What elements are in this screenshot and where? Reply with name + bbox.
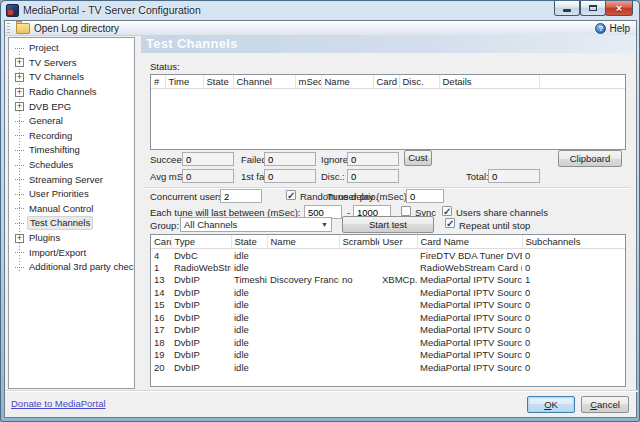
column-header[interactable]: User bbox=[379, 235, 417, 249]
column-header[interactable]: Time bbox=[165, 75, 203, 89]
open-log-button[interactable]: Open Log directory bbox=[12, 21, 123, 36]
column-header[interactable]: Subchannels bbox=[522, 235, 625, 249]
column-header[interactable]: Card Name bbox=[417, 235, 522, 249]
tree-connector bbox=[15, 165, 24, 166]
table-cell bbox=[339, 249, 379, 262]
failed-field[interactable] bbox=[264, 152, 316, 166]
avg-msec-field[interactable] bbox=[182, 169, 234, 183]
column-header[interactable] bbox=[539, 75, 625, 89]
toolbar: Open Log directory ? Help bbox=[5, 21, 636, 36]
table-row[interactable]: 18DvbIPidleMediaPortal IPTV Source Filte… bbox=[151, 336, 625, 349]
users-share-channels-checkbox[interactable]: ✓ bbox=[442, 206, 452, 216]
expand-icon[interactable]: + bbox=[15, 234, 24, 243]
channels-table[interactable]: CardTypeStateNameScrambledUserCard NameS… bbox=[150, 234, 626, 387]
repeat-until-stop-checkbox[interactable]: ✓ bbox=[445, 218, 455, 228]
sidebar-item-recording[interactable]: Recording bbox=[15, 129, 134, 144]
column-header[interactable]: Name bbox=[321, 75, 373, 89]
help-button[interactable]: ? Help bbox=[595, 21, 630, 36]
table-cell bbox=[267, 349, 339, 362]
disc-field[interactable] bbox=[347, 169, 399, 183]
sidebar-item-radio-channels[interactable]: +Radio Channels bbox=[15, 85, 134, 100]
help-icon: ? bbox=[595, 23, 606, 34]
column-header[interactable]: Name bbox=[267, 235, 339, 249]
sidebar-item-tv-channels[interactable]: +TV Channels bbox=[15, 70, 134, 85]
table-cell: 17 bbox=[151, 324, 171, 337]
tree-connector bbox=[15, 208, 24, 209]
column-header[interactable]: State bbox=[231, 235, 267, 249]
table-row[interactable]: 20DvbIPidleMediaPortal IPTV Source Filte… bbox=[151, 361, 625, 374]
column-header[interactable]: Channel bbox=[233, 75, 295, 89]
table-row[interactable]: 4DvbCidleFireDTV BDA Tuner DVBC0 bbox=[151, 249, 625, 262]
maximize-button[interactable] bbox=[580, 1, 606, 16]
sidebar-item-dvb-epg[interactable]: +DVB EPG bbox=[15, 99, 134, 114]
table-cell bbox=[339, 361, 379, 374]
sidebar-item-plugins[interactable]: +Plugins bbox=[15, 231, 134, 246]
table-cell: XBMCp... bbox=[379, 274, 417, 287]
sidebar-item-general[interactable]: General bbox=[15, 114, 134, 129]
donate-link[interactable]: Donate to MediaPortal bbox=[11, 398, 106, 409]
column-header[interactable]: Details bbox=[439, 75, 539, 89]
open-log-label: Open Log directory bbox=[34, 23, 119, 34]
concurrent-users-label: Concurrent users: bbox=[150, 191, 226, 202]
random-user-prio-checkbox[interactable]: ✓ bbox=[286, 190, 296, 200]
sidebar-item-manual-control[interactable]: Manual Control bbox=[15, 202, 134, 217]
sync-checkbox[interactable] bbox=[401, 206, 411, 216]
sidebar-item-label: Schedules bbox=[27, 159, 75, 171]
group-select[interactable]: All Channels ▼ bbox=[180, 217, 332, 232]
clipboard-button[interactable]: Clipboard bbox=[558, 150, 622, 167]
table-row[interactable]: 13DvbIPTimeshif...Discovery France H...n… bbox=[151, 274, 625, 287]
column-header[interactable]: Disc. bbox=[399, 75, 439, 89]
tree-connector bbox=[15, 150, 24, 151]
table-row[interactable]: 19DvbIPidleMediaPortal IPTV Source Filte… bbox=[151, 349, 625, 362]
sidebar-item-import-export[interactable]: Import/Export bbox=[15, 245, 134, 260]
table-cell bbox=[379, 286, 417, 299]
column-header[interactable]: # bbox=[151, 75, 165, 89]
column-header[interactable]: Card bbox=[373, 75, 399, 89]
start-test-button[interactable]: Start test bbox=[342, 216, 434, 233]
ok-button[interactable]: OK bbox=[527, 396, 575, 413]
table-row[interactable]: 16DvbIPidleMediaPortal IPTV Source Filte… bbox=[151, 311, 625, 324]
concurrent-users-input[interactable] bbox=[220, 189, 262, 203]
column-header[interactable]: State bbox=[203, 75, 233, 89]
column-header[interactable]: mSec bbox=[295, 75, 321, 89]
column-header[interactable]: Type bbox=[171, 235, 231, 249]
expand-icon[interactable]: + bbox=[15, 73, 24, 82]
column-header[interactable]: Card bbox=[151, 235, 171, 249]
sidebar-item-schedules[interactable]: Schedules bbox=[15, 158, 134, 173]
cancel-button[interactable]: Cancel bbox=[581, 396, 629, 413]
succeeded-field[interactable] bbox=[182, 152, 234, 166]
table-row[interactable]: 17DvbIPidleMediaPortal IPTV Source Filte… bbox=[151, 324, 625, 337]
sidebar-item-tv-servers[interactable]: +TV Servers bbox=[15, 56, 134, 71]
table-cell: idle bbox=[231, 324, 267, 337]
table-row[interactable]: 1RadioWebStreamidleRadioWebStream Card (… bbox=[151, 261, 625, 274]
tune-delay-input[interactable] bbox=[406, 189, 444, 203]
table-row[interactable]: 15DvbIPidleMediaPortal IPTV Source Filte… bbox=[151, 299, 625, 312]
status-table[interactable]: #TimeStateChannelmSecNameCardDisc.Detail… bbox=[150, 74, 626, 150]
sidebar-item-test-channels[interactable]: Test Channels bbox=[15, 216, 134, 231]
table-cell bbox=[339, 336, 379, 349]
column-header[interactable]: Scrambled bbox=[339, 235, 379, 249]
sidebar-item-timeshifting[interactable]: Timeshifting bbox=[15, 143, 134, 158]
minimize-button[interactable] bbox=[554, 1, 580, 16]
ignored-field[interactable] bbox=[347, 152, 399, 166]
table-cell: MediaPortal IPTV Source Filter_6 bbox=[417, 349, 522, 362]
sidebar-item-streaming-server[interactable]: Streaming Server bbox=[15, 172, 134, 187]
total-field[interactable] bbox=[488, 169, 540, 183]
first-fail-field[interactable] bbox=[264, 169, 316, 183]
sidebar-item-project[interactable]: Project bbox=[15, 41, 134, 56]
expand-icon[interactable]: + bbox=[15, 88, 24, 97]
toolbar-grip[interactable] bbox=[7, 23, 10, 34]
expand-icon[interactable]: + bbox=[15, 58, 24, 67]
close-button[interactable]: × bbox=[605, 1, 633, 16]
table-row[interactable]: 14DvbIPidleMediaPortal IPTV Source Filte… bbox=[151, 286, 625, 299]
app-window: MediaPortal - TV Server Configuration × … bbox=[0, 0, 640, 422]
total-label: Total: bbox=[466, 171, 489, 182]
expand-icon[interactable]: + bbox=[15, 102, 24, 111]
table-cell: idle bbox=[231, 349, 267, 362]
table-cell: 18 bbox=[151, 336, 171, 349]
titlebar[interactable]: MediaPortal - TV Server Configuration × bbox=[1, 1, 639, 20]
cust-button[interactable]: Cust bbox=[404, 150, 432, 166]
sidebar-item-additional-3rd-party-checks[interactable]: Additional 3rd party checks bbox=[15, 260, 134, 275]
table-cell: DvbC bbox=[171, 249, 231, 262]
sidebar-item-user-priorities[interactable]: User Priorities bbox=[15, 187, 134, 202]
